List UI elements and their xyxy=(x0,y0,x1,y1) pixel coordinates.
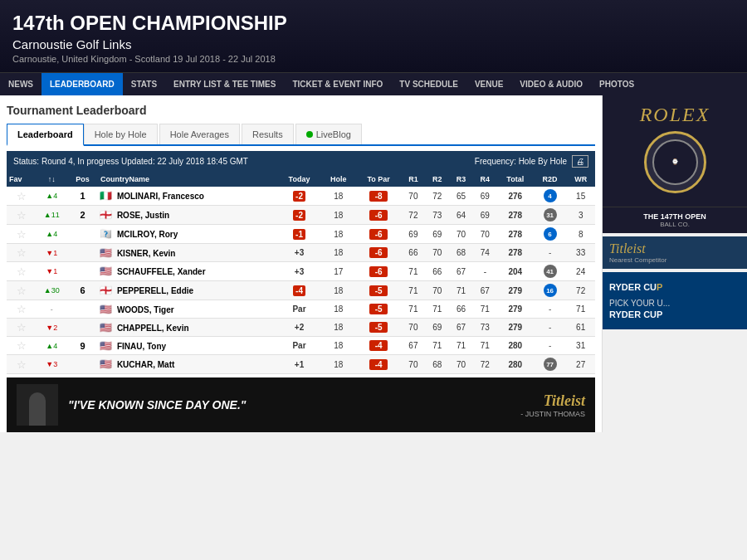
player-cell[interactable]: 🇺🇸 SCHAUFFELE, Xander xyxy=(98,262,277,281)
tab-hole-averages[interactable]: Hole Averages xyxy=(159,124,240,144)
fav-cell[interactable]: ☆ xyxy=(7,281,36,300)
player-cell[interactable]: 🏴󠁧󠁢󠁥󠁮󠁧󠁿 PEPPERELL, Eddie xyxy=(98,281,277,300)
wr-cell: 71 xyxy=(566,300,595,319)
r2-cell: 69 xyxy=(425,225,449,244)
nav-ticket[interactable]: TICKET & EVENT INFO xyxy=(284,73,391,95)
fav-cell[interactable]: ☆ xyxy=(7,262,36,281)
hole-cell: 18 xyxy=(321,281,356,300)
topar-cell: -6 xyxy=(356,206,402,225)
hole-cell: 18 xyxy=(321,244,356,262)
flag-icon: 🇮🇹 xyxy=(100,190,112,202)
nav-tv[interactable]: TV SCHEDULE xyxy=(391,73,466,95)
player-cell[interactable]: 🏴󠁢󠁩󠁦󠁬󠁿 MCILROY, Rory xyxy=(98,225,277,244)
player-name: KISNER, Kevin xyxy=(117,249,176,258)
player-cell[interactable]: 🇺🇸 KISNER, Kevin xyxy=(98,244,277,262)
golfer-silhouette xyxy=(17,384,58,426)
frequency-text: Frequency: Hole By Hole xyxy=(475,157,567,166)
player-name: CHAPPELL, Kevin xyxy=(117,324,189,333)
rolex-ad: ROLEX ⌚ xyxy=(603,95,747,207)
flag-icon: 🏴󠁧󠁢󠁥󠁮󠁧󠁿 xyxy=(100,285,112,296)
section-title: Tournament Leaderboard xyxy=(7,104,595,117)
fav-cell[interactable]: ☆ xyxy=(7,355,36,374)
rolex-watch: ⌚ xyxy=(644,131,706,193)
hole-cell: 18 xyxy=(321,355,356,374)
player-cell[interactable]: 🇺🇸 FINAU, Tony xyxy=(98,337,277,355)
r4-cell: 69 xyxy=(473,187,497,206)
r2d-cell: 31 xyxy=(534,206,567,225)
fav-cell[interactable]: ☆ xyxy=(7,206,36,225)
pos-cell xyxy=(67,300,98,319)
r1-cell: 72 xyxy=(402,206,426,225)
col-fav: Fav xyxy=(7,172,36,187)
fav-cell[interactable]: ☆ xyxy=(7,225,36,244)
player-cell[interactable]: 🇺🇸 CHAPPELL, Kevin xyxy=(98,319,277,337)
col-topar: To Par xyxy=(356,172,402,187)
player-name: ROSE, Justin xyxy=(117,211,169,220)
r2d-cell: - xyxy=(534,244,567,262)
player-cell[interactable]: 🇮🇹 MOLINARI, Francesco xyxy=(98,187,277,206)
page-title: 147th OPEN CHAMPIONSHIP xyxy=(12,12,735,35)
r2d-cell: 41 xyxy=(534,262,567,281)
flag-icon: 🇺🇸 xyxy=(100,304,112,315)
tab-liveblog[interactable]: LiveBlog xyxy=(295,124,362,144)
table-row: ☆ - 🇺🇸 WOODS, Tiger Par 18 -5 71 71 66 7… xyxy=(7,300,595,319)
tab-hole-by-hole[interactable]: Hole by Hole xyxy=(84,124,158,144)
r3-cell: 71 xyxy=(449,337,473,355)
nav-entry-list[interactable]: ENTRY LIST & TEE TIMES xyxy=(165,73,284,95)
fav-cell[interactable]: ☆ xyxy=(7,300,36,319)
topar-cell: -5 xyxy=(356,281,402,300)
pos-cell: 6 xyxy=(67,281,98,300)
r4-cell: 74 xyxy=(473,244,497,262)
wr-cell: 72 xyxy=(566,281,595,300)
total-cell: 280 xyxy=(497,355,534,374)
player-name: FINAU, Tony xyxy=(117,342,166,351)
total-cell: 278 xyxy=(497,225,534,244)
hole-cell: 18 xyxy=(321,337,356,355)
today-cell: -1 xyxy=(277,225,320,244)
player-cell[interactable]: 🇺🇸 WOODS, Tiger xyxy=(98,300,277,319)
nav-stats[interactable]: STATS xyxy=(123,73,165,95)
table-row: ☆ ▼1 🇺🇸 KISNER, Kevin +3 18 -6 66 70 68 … xyxy=(7,244,595,262)
nav-venue[interactable]: VENUE xyxy=(466,73,511,95)
fav-cell[interactable]: ☆ xyxy=(7,244,36,262)
hole-cell: 18 xyxy=(321,187,356,206)
fav-cell[interactable]: ☆ xyxy=(7,187,36,206)
r2-cell: 70 xyxy=(425,244,449,262)
print-icon[interactable]: 🖨 xyxy=(572,155,588,168)
table-row: ☆ ▼3 🇺🇸 KUCHAR, Matt +1 18 -4 70 68 70 7… xyxy=(7,355,595,374)
today-cell: -2 xyxy=(277,206,320,225)
r4-cell: 67 xyxy=(473,281,497,300)
topar-cell: -6 xyxy=(356,244,402,262)
table-row: ☆ ▲4 1 🇮🇹 MOLINARI, Francesco -2 18 -8 7… xyxy=(7,187,595,206)
nav-video[interactable]: VIDEO & AUDIO xyxy=(511,73,591,95)
nav-leaderboard[interactable]: LEADERBOARD xyxy=(42,73,123,95)
nearest-competitor: Nearest Competitor xyxy=(609,256,740,264)
today-cell: -2 xyxy=(277,187,320,206)
r3-cell: 67 xyxy=(449,262,473,281)
location: Carnoustie, United Kingdom - Scotland 19… xyxy=(12,54,735,64)
r4-cell: 69 xyxy=(473,206,497,225)
player-cell[interactable]: 🇺🇸 KUCHAR, Matt xyxy=(98,355,277,374)
tab-leaderboard[interactable]: Leaderboard xyxy=(7,124,84,146)
table-row: ☆ ▲30 6 🏴󠁧󠁢󠁥󠁮󠁧󠁿 PEPPERELL, Eddie -4 18 -… xyxy=(7,281,595,300)
r2d-cell: 77 xyxy=(534,355,567,374)
topar-cell: -5 xyxy=(356,300,402,319)
bottom-banner: "I'VE KNOWN SINCE DAY ONE." Titleist - J… xyxy=(7,377,595,432)
tab-results[interactable]: Results xyxy=(242,124,294,144)
flag-icon: 🇺🇸 xyxy=(100,322,112,334)
r2-cell: 66 xyxy=(425,262,449,281)
r2d-cell: 4 xyxy=(534,187,567,206)
r2-cell: 69 xyxy=(425,319,449,337)
r3-cell: 71 xyxy=(449,281,473,300)
table-row: ☆ ▲11 2 🏴󠁧󠁢󠁥󠁮󠁧󠁿 ROSE, Justin -2 18 -6 72… xyxy=(7,206,595,225)
fav-cell[interactable]: ☆ xyxy=(7,319,36,337)
fav-cell[interactable]: ☆ xyxy=(7,337,36,355)
topar-cell: -8 xyxy=(356,187,402,206)
nav-news[interactable]: NEWS xyxy=(0,73,42,95)
wr-cell: 27 xyxy=(566,355,595,374)
col-total: Total xyxy=(497,172,534,187)
table-row: ☆ ▲4 🏴󠁢󠁩󠁦󠁬󠁿 MCILROY, Rory -1 18 -6 69 69… xyxy=(7,225,595,244)
nav-photos[interactable]: PHOTOS xyxy=(591,73,642,95)
movement-cell: ▼3 xyxy=(36,355,67,374)
player-cell[interactable]: 🏴󠁧󠁢󠁥󠁮󠁧󠁿 ROSE, Justin xyxy=(98,206,277,225)
